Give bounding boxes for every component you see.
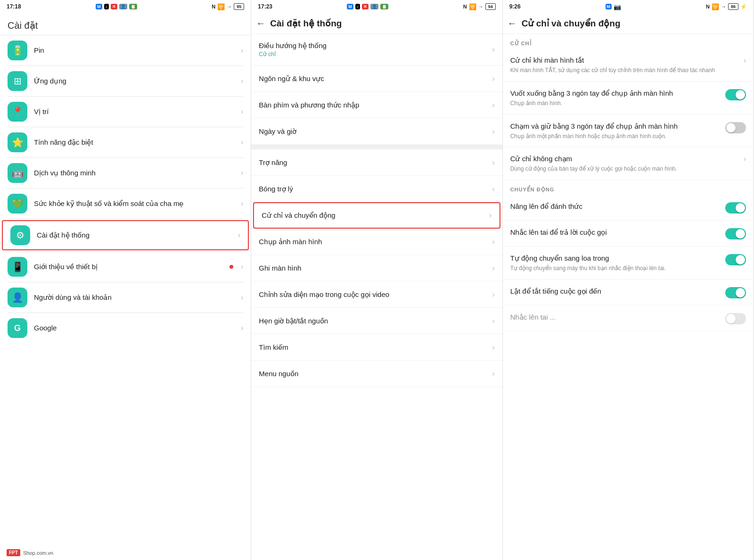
gesture-item-nhaclentai[interactable]: Nhắc lên tai để trả lời cuộc gọi [503, 221, 754, 247]
app-people-icon-2: 👤 [370, 4, 378, 9]
time-2: 17:23 [258, 3, 272, 10]
tinhnang-label: Tính năng đặc biệt [34, 138, 237, 147]
list-item-vitri[interactable]: 📍 Vị trí › [0, 97, 251, 127]
cuchi-chevron: › [489, 211, 492, 220]
nanglen-right[interactable] [725, 201, 746, 214]
suckhoe-icon: 💚 [8, 194, 27, 214]
vuotxuong-toggle[interactable] [725, 89, 746, 100]
item-menunguon[interactable]: Menu nguồn › [251, 361, 502, 387]
gesture-item-nhaclentai2[interactable]: Nhắc lên tai ... [503, 305, 754, 331]
item-tronang[interactable]: Trợ năng › [251, 149, 502, 176]
list-item-gioithieu[interactable]: 📱 Giới thiệu về thiết bị › [0, 252, 251, 282]
item-cuchi[interactable]: Cử chỉ và chuyển động › [253, 202, 500, 229]
chamgiu-right[interactable] [725, 121, 746, 133]
nfc-icon-2: N [463, 4, 467, 9]
dichvu-chevron: › [241, 169, 243, 177]
dieuhuong-label: Điều hướng hệ thống [259, 41, 488, 50]
fpt-logo: FPT Shop.com.vn [0, 540, 251, 560]
tudongchuyen-right[interactable] [725, 253, 746, 265]
list-item-pin[interactable]: 🔋 Pin › [0, 35, 251, 66]
cuchikhongcham-right: › [744, 154, 746, 163]
back-button-3[interactable]: ← [508, 18, 517, 29]
dichvu-icon: 🤖 [8, 163, 27, 183]
gesture-item-latdetat[interactable]: Lật để tắt tiếng cuộc gọi đến [503, 280, 754, 305]
gesture-item-nanglen[interactable]: Nâng lên để đánh thức [503, 195, 754, 221]
battery-1: 95 [234, 3, 244, 10]
suckhoe-chevron: › [241, 199, 243, 208]
item-timkiem[interactable]: Tìm kiếm › [251, 334, 502, 361]
ungdung-icon: ⊞ [8, 71, 27, 91]
latdetat-text: Lật để tắt tiếng cuộc gọi đến [510, 286, 721, 296]
manhinhtat-text: Cử chỉ khi màn hình tắt Khi màn hình TẮT… [510, 55, 740, 74]
list-item-nguoidung[interactable]: 👤 Người dùng và tài khoản › [0, 282, 251, 313]
app-green-icon-2: 📋 [380, 4, 388, 9]
wifi-icon-1: 🛜 [217, 3, 225, 10]
nhaclentai-toggle-knob [736, 229, 745, 239]
nhaclentai2-right[interactable] [725, 312, 746, 324]
chamgiu-toggle[interactable] [725, 122, 746, 133]
hengiotat-label: Hẹn giờ bật/tắt nguồn [259, 317, 488, 325]
item-ngaygio[interactable]: Ngày và giờ › [251, 118, 502, 145]
vuotxuong-right[interactable] [725, 88, 746, 100]
nguoidung-chevron: › [241, 293, 243, 302]
menunguon-chevron: › [492, 370, 494, 378]
gesture-item-tudongchuyen[interactable]: Tự động chuyển sang loa trong Tự động ch… [503, 247, 754, 280]
list-item-caidatheThong[interactable]: ⚙ Cài đặt hệ thống › [2, 220, 249, 250]
gesture-item-cuchikhongcham[interactable]: Cử chỉ không chạm Dùng cử động của bàn t… [503, 147, 754, 180]
tudongchuyen-toggle[interactable] [725, 254, 746, 265]
item-hengiotat[interactable]: Hẹn giờ bật/tắt nguồn › [251, 308, 502, 334]
back-button-2[interactable]: ← [256, 18, 265, 29]
caidatheThong-icon: ⚙ [10, 225, 30, 245]
item-banphim[interactable]: Bàn phím và phương thức nhập › [251, 92, 502, 118]
nhaclentai-right[interactable] [725, 227, 746, 239]
nhaclentai2-toggle[interactable] [725, 313, 746, 324]
nhaclentai-toggle[interactable] [725, 228, 746, 239]
ghiman-label: Ghi màn hình [259, 264, 488, 272]
item-bongtroly[interactable]: Bóng trợ lý › [251, 176, 502, 202]
gesture-item-chamgiu[interactable]: Chạm và giữ bằng 3 ngón tay để chụp ảnh … [503, 115, 754, 148]
chinhnsuadien-chevron: › [492, 290, 494, 299]
status-right-1: N 🛜 → 95 [212, 3, 244, 10]
tudongchuyen-text: Tự động chuyển sang loa trong Tự động ch… [510, 253, 721, 272]
gesture-item-vuotxuong[interactable]: Vuốt xuống bằng 3 ngón tay để chụp ảnh m… [503, 82, 754, 115]
list-item-ungdung[interactable]: ⊞ Ứng dụng › [0, 66, 251, 96]
chamgiu-desc: Chụp ảnh một phần màn hình hoặc chụp ảnh… [510, 132, 721, 140]
item-ghiman[interactable]: Ghi màn hình › [251, 255, 502, 281]
vuotxuong-toggle-knob [736, 90, 745, 99]
chamgiu-toggle-knob [726, 123, 736, 132]
tudongchuyen-toggle-knob [736, 255, 745, 264]
app-green-icon: 📋 [129, 4, 137, 9]
nguoidung-icon: 👤 [8, 288, 27, 307]
pin-chevron: › [241, 46, 243, 55]
dieuhuong-text: Điều hướng hệ thống Cử chỉ [259, 41, 488, 58]
list-item-dichvu[interactable]: 🤖 Dịch vụ thông minh › [0, 158, 251, 188]
gesture-item-manhinhtat[interactable]: Cử chỉ khi màn hình tắt Khi màn hình TẮT… [503, 49, 754, 82]
chupman-chevron: › [492, 238, 494, 246]
item-chinhnsuadien[interactable]: Chỉnh sửa diện mạo trong cuộc gọi video … [251, 281, 502, 308]
ungdung-chevron: › [241, 77, 243, 85]
messenger-icon-3: M [606, 4, 612, 9]
manhinhtat-chevron: › [744, 56, 746, 65]
page-title-1: Cài đặt [0, 13, 251, 35]
cuchi-section-label: CỬ CHỈ [503, 34, 754, 49]
vuotxuong-desc: Chụp ảnh màn hình. [510, 99, 721, 107]
list-item-google[interactable]: G Google › [0, 313, 251, 343]
app-icons-1: M ♪ ✕ 👤 📋 [96, 4, 137, 9]
latdetat-right[interactable] [725, 286, 746, 298]
charging-icon: ⚡ [740, 4, 747, 10]
status-bar-3: 9:26 M 📷 N 🛜 → 86 ⚡ [503, 0, 754, 13]
banphim-label: Bàn phím và phương thức nhập [259, 101, 488, 109]
item-chupman[interactable]: Chụp ảnh màn hình › [251, 229, 502, 255]
latdetat-toggle[interactable] [725, 287, 746, 298]
list-item-tinhnang[interactable]: ⭐ Tính năng đặc biệt › [0, 127, 251, 157]
nfc-icon-3: N [706, 4, 710, 9]
panel-settings: 17:18 M ♪ ✕ 👤 📋 N 🛜 → 95 Cài đặt 🔋 Pin ›… [0, 0, 251, 560]
manhinhtat-desc: Khi màn hình TẮT, sử dụng các cử chỉ tùy… [510, 66, 740, 74]
cuchikhongcham-desc: Dùng cử động của bàn tay để xử lý cuộc g… [510, 165, 740, 173]
item-dieuhuong[interactable]: Điều hướng hệ thống Cử chỉ › [251, 34, 502, 66]
item-ngonngu[interactable]: Ngôn ngữ & khu vực › [251, 66, 502, 92]
page-header-2: ← Cài đặt hệ thống [251, 13, 502, 34]
nanglen-toggle[interactable] [725, 202, 746, 214]
list-item-suckhoe[interactable]: 💚 Sức khỏe kỹ thuật số và kiểm soát của … [0, 189, 251, 219]
nanglen-text: Nâng lên để đánh thức [510, 201, 721, 211]
